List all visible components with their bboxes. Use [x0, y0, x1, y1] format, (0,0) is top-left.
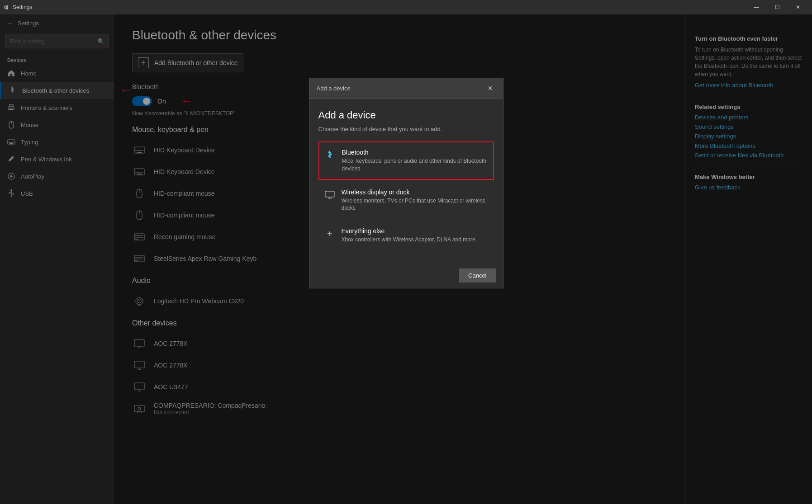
everything-else-icon: +	[324, 228, 335, 239]
close-button[interactable]: ✕	[788, 0, 808, 14]
add-device-dialog: Add a device ✕ Add a device Choose the k…	[309, 78, 503, 288]
dialog-body: Add a device Choose the kind of device t…	[309, 99, 503, 263]
wireless-display-title: Wireless display or dock	[342, 188, 488, 196]
wireless-display-icon	[324, 189, 335, 200]
everything-else-desc: Xbox controllers with Wireless Adaptor, …	[342, 236, 475, 244]
cancel-button[interactable]: Cancel	[459, 268, 495, 283]
everything-else-title: Everything else	[342, 227, 475, 235]
dialog-footer: Cancel	[309, 263, 503, 288]
maximize-button[interactable]: ☐	[767, 0, 788, 14]
title-bar-controls: — ☐ ✕	[746, 0, 808, 14]
bluetooth-option-icon	[325, 150, 336, 160]
everything-else-content: Everything else Xbox controllers with Wi…	[342, 227, 475, 244]
dialog-header-title: Add a device	[317, 85, 351, 92]
minimize-button[interactable]: —	[746, 0, 767, 14]
dialog-close-button[interactable]: ✕	[485, 84, 496, 93]
settings-icon: ⚙	[4, 4, 9, 11]
title-bar-left: ⚙ Settings	[4, 4, 32, 11]
dialog-subtitle: Choose the kind of device that you want …	[318, 126, 494, 132]
title-bar: ⚙ Settings — ☐ ✕	[0, 0, 812, 14]
dialog-title: Add a device	[318, 109, 494, 121]
dialog-overlay: Add a device ✕ Add a device Choose the k…	[0, 14, 812, 504]
title-bar-title: Settings	[13, 4, 32, 10]
svg-rect-66	[325, 191, 334, 197]
dialog-option-wireless-display[interactable]: Wireless display or dock Wireless monito…	[318, 182, 494, 219]
dialog-header: Add a device ✕	[309, 78, 503, 99]
dialog-option-bluetooth[interactable]: Bluetooth Mice, keyboards, pens or audio…	[318, 141, 494, 180]
bluetooth-option-desc: Mice, keyboards, pens or audio and other…	[342, 157, 488, 173]
bluetooth-option-title: Bluetooth	[342, 149, 488, 156]
dialog-option-everything-else[interactable]: + Everything else Xbox controllers with …	[318, 221, 494, 250]
bluetooth-option-content: Bluetooth Mice, keyboards, pens or audio…	[342, 149, 488, 173]
wireless-display-content: Wireless display or dock Wireless monito…	[342, 188, 488, 212]
wireless-display-desc: Wireless monitors, TVs or PCs that use M…	[342, 197, 488, 212]
